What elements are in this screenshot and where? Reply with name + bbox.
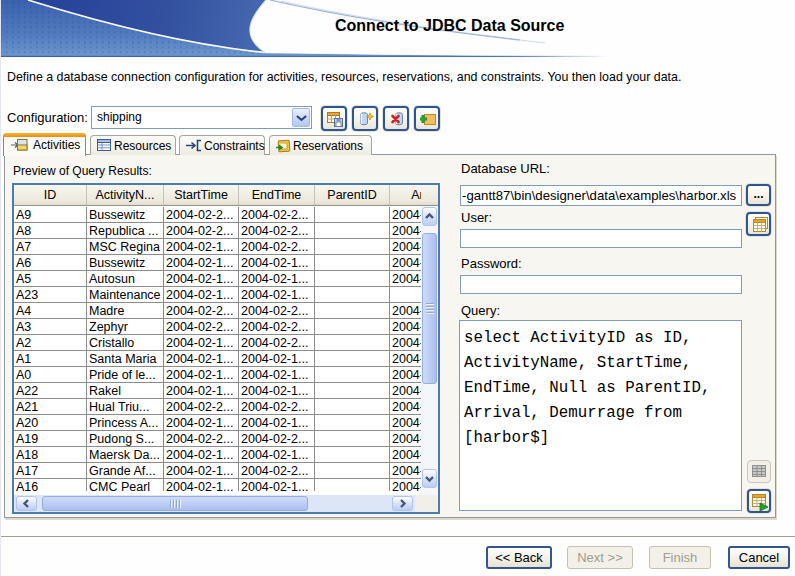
user-input[interactable] <box>460 229 742 248</box>
table-cell: 2004-02-2... <box>239 207 315 223</box>
table-cell: 2004-02-1... <box>239 287 315 303</box>
table-row[interactable]: A20Princess A...2004-02-1...2004-02-1...… <box>14 415 421 431</box>
combobox-dropdown-button[interactable] <box>292 108 310 127</box>
table-cell <box>315 431 390 447</box>
tab-reservations[interactable]: Reservations <box>269 135 372 155</box>
table-cell: 2004-02-1... <box>164 287 239 303</box>
table-header-row[interactable]: IDActivityN...StartTimeEndTimeParentIDAr… <box>14 185 421 206</box>
back-button[interactable]: << Back <box>486 546 552 569</box>
table-row[interactable]: A0Pride of le...2004-02-1...2004-02-1...… <box>14 367 421 383</box>
column-header[interactable]: ParentID <box>315 185 390 205</box>
table-row[interactable]: A21Hual Triu...2004-02-2...2004-02-2...2… <box>14 399 421 415</box>
table-cell: 2004-02-1... <box>239 479 315 491</box>
query-results-table: IDActivityN...StartTimeEndTimeParentIDAr… <box>12 183 440 514</box>
run-query-button[interactable] <box>747 489 771 513</box>
table-cell: 2004-02-1... <box>164 255 239 271</box>
cancel-button[interactable]: Cancel <box>728 546 790 569</box>
wizard-dialog: Connect to JDBC Data Source Define a dat… <box>0 0 795 576</box>
table-cell: 2004-02-... <box>390 383 421 399</box>
table-row[interactable]: A9Bussewitz2004-02-2...2004-02-2...2004-… <box>14 207 421 223</box>
table-row[interactable]: A19Pudong S...2004-02-2...2004-02-2...20… <box>14 431 421 447</box>
table-cell: Pride of le... <box>87 367 164 383</box>
table-cell: Grande Af... <box>87 463 164 479</box>
table-cell: Santa Maria <box>87 351 164 367</box>
vertical-scrollbar[interactable] <box>421 206 438 495</box>
column-header[interactable]: StartTime <box>164 185 239 205</box>
table-row[interactable]: A16CMC Pearl2004-02-1...2004-02-1...2004… <box>14 479 421 491</box>
column-header[interactable]: ActivityN... <box>87 185 164 205</box>
scroll-left-button[interactable] <box>16 496 37 511</box>
table-cell: 2004-02-... <box>390 431 421 447</box>
table-cell: A20 <box>14 415 87 431</box>
table-cell: 2004-02-... <box>390 351 421 367</box>
table-cell: 2004-02-2... <box>239 431 315 447</box>
query-label: Query: <box>461 303 500 318</box>
choose-table-button[interactable] <box>746 212 771 236</box>
table-cell: Pudong S... <box>87 431 164 447</box>
table-row[interactable]: A7MSC Regina2004-02-1...2004-02-2...2004… <box>14 239 421 255</box>
scroll-right-button[interactable] <box>392 496 413 511</box>
tab-label: Constraints <box>204 139 265 153</box>
database-url-input[interactable] <box>460 185 742 206</box>
configuration-combobox[interactable]: shipping <box>91 106 312 129</box>
table-cell: 2004-02-1... <box>239 415 315 431</box>
column-header[interactable]: ID <box>14 185 87 205</box>
table-row[interactable]: A2Cristallo2004-02-1...2004-02-2...2004-… <box>14 335 421 351</box>
table-cell <box>315 255 390 271</box>
table-cell: A0 <box>14 367 87 383</box>
table-cell: 2004-02-2... <box>164 319 239 335</box>
table-cell: A3 <box>14 319 87 335</box>
column-header[interactable]: EndTime <box>239 185 315 205</box>
table-row[interactable]: A1Santa Maria2004-02-1...2004-02-1...200… <box>14 351 421 367</box>
table-cell: 2004-02-1... <box>164 463 239 479</box>
table-cell: 2004-02-... <box>390 463 421 479</box>
table-cell: 2004-02-2... <box>239 303 315 319</box>
table-row[interactable]: A8Republica ...2004-02-2...2004-02-2...2… <box>14 223 421 239</box>
tab-constraints[interactable]: Constraints <box>179 135 265 155</box>
horizontal-scrollbar-thumb[interactable] <box>42 496 308 511</box>
table-cell <box>315 239 390 255</box>
configuration-label: Configuration: <box>7 110 88 125</box>
query-textarea[interactable]: select ActivityID as ID, ActivityName, S… <box>459 320 742 511</box>
reservations-icon <box>276 139 291 156</box>
table-cell: A19 <box>14 431 87 447</box>
table-row[interactable]: A6Bussewitz2004-02-1...2004-02-1...2004-… <box>14 255 421 271</box>
table-cell: A5 <box>14 271 87 287</box>
table-cell: 2004-02-2... <box>164 303 239 319</box>
horizontal-scrollbar[interactable] <box>14 495 415 512</box>
next-button[interactable]: Next >> <box>567 546 633 569</box>
table-view-button-disabled[interactable] <box>747 460 771 483</box>
tab-resources[interactable]: Resources <box>90 135 176 155</box>
tab-activities[interactable]: Activities <box>3 133 86 156</box>
scroll-down-button[interactable] <box>422 469 437 488</box>
table-row[interactable]: A17Grande Af...2004-02-1...2004-02-2...2… <box>14 463 421 479</box>
table-row[interactable]: A23Maintenance2004-02-1...2004-02-1... <box>14 287 421 303</box>
table-row[interactable]: A3Zephyr2004-02-2...2004-02-2...2004-02-… <box>14 319 421 335</box>
browse-button[interactable]: ... <box>746 184 771 206</box>
table-cell: Bussewitz <box>87 255 164 271</box>
table-row[interactable]: A22Rakel2004-02-1...2004-02-1...2004-02-… <box>14 383 421 399</box>
save-configuration-button[interactable] <box>321 106 347 131</box>
table-cell: Rakel <box>87 383 164 399</box>
table-row[interactable]: A5Autosun2004-02-1...2004-02-1...2004-02… <box>14 271 421 287</box>
table-cell: 2004-02-2... <box>239 335 315 351</box>
password-input[interactable] <box>460 275 742 294</box>
table-cell: 2004-02-1... <box>164 351 239 367</box>
add-configuration-button[interactable] <box>414 106 440 131</box>
table-row[interactable]: A4Madre2004-02-2...2004-02-2...2004-02-.… <box>14 303 421 319</box>
finish-button[interactable]: Finish <box>649 546 711 569</box>
table-cell: 2004-02-1... <box>164 239 239 255</box>
table-cell: MSC Regina <box>87 239 164 255</box>
preview-results-label: Preview of Query Results: <box>13 164 152 178</box>
table-cell: 2004-02-... <box>390 415 421 431</box>
table-row[interactable]: A18Maersk Da...2004-02-1...2004-02-1...2… <box>14 447 421 463</box>
scroll-up-button[interactable] <box>422 207 437 226</box>
table-cell: 2004-02-... <box>390 447 421 463</box>
table-cell <box>315 287 390 303</box>
table-cell: 2004-02-... <box>390 255 421 271</box>
resources-icon <box>97 139 112 155</box>
column-header[interactable]: Arrival <box>390 185 421 205</box>
new-data-source-button[interactable] <box>352 106 378 131</box>
vertical-scrollbar-thumb[interactable] <box>422 233 437 384</box>
delete-data-source-button[interactable] <box>383 106 409 131</box>
